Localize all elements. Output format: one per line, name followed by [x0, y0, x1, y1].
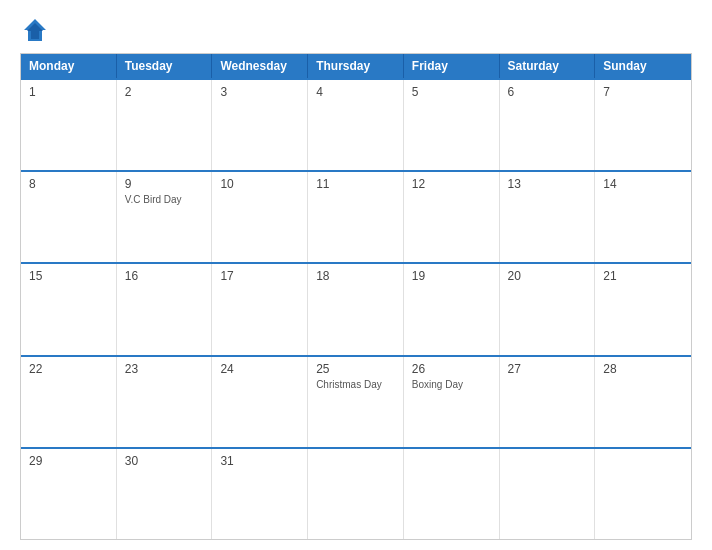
day-cell-w2-d3: 10 — [212, 172, 308, 262]
calendar-body: 123456789V.C Bird Day1011121314151617181… — [21, 78, 691, 539]
day-number: 10 — [220, 177, 299, 191]
day-cell-w2-d1: 8 — [21, 172, 117, 262]
day-cell-w4-d1: 22 — [21, 357, 117, 447]
col-saturday: Saturday — [500, 54, 596, 78]
day-cell-w1-d4: 4 — [308, 80, 404, 170]
holiday-label: Christmas Day — [316, 378, 395, 391]
week-row-3: 15161718192021 — [21, 262, 691, 354]
week-row-5: 293031 — [21, 447, 691, 539]
day-cell-w3-d5: 19 — [404, 264, 500, 354]
day-number: 24 — [220, 362, 299, 376]
day-cell-w4-d3: 24 — [212, 357, 308, 447]
week-row-2: 89V.C Bird Day1011121314 — [21, 170, 691, 262]
day-cell-w1-d2: 2 — [117, 80, 213, 170]
day-cell-w3-d3: 17 — [212, 264, 308, 354]
day-cell-w1-d5: 5 — [404, 80, 500, 170]
day-number: 9 — [125, 177, 204, 191]
page-header — [20, 15, 692, 45]
day-number: 25 — [316, 362, 395, 376]
day-cell-w5-d2: 30 — [117, 449, 213, 539]
day-number: 5 — [412, 85, 491, 99]
day-cell-w3-d2: 16 — [117, 264, 213, 354]
calendar-grid: Monday Tuesday Wednesday Thursday Friday… — [20, 53, 692, 540]
day-cell-w3-d4: 18 — [308, 264, 404, 354]
day-cell-w3-d1: 15 — [21, 264, 117, 354]
day-cell-w1-d7: 7 — [595, 80, 691, 170]
day-cell-w5-d1: 29 — [21, 449, 117, 539]
holiday-label: V.C Bird Day — [125, 193, 204, 206]
logo — [20, 15, 54, 45]
day-number: 28 — [603, 362, 683, 376]
day-cell-w5-d6 — [500, 449, 596, 539]
day-number: 12 — [412, 177, 491, 191]
day-cell-w3-d7: 21 — [595, 264, 691, 354]
day-cell-w5-d7 — [595, 449, 691, 539]
day-number: 1 — [29, 85, 108, 99]
day-number: 20 — [508, 269, 587, 283]
day-cell-w3-d6: 20 — [500, 264, 596, 354]
day-number: 27 — [508, 362, 587, 376]
day-number: 17 — [220, 269, 299, 283]
day-number: 23 — [125, 362, 204, 376]
day-number: 8 — [29, 177, 108, 191]
day-number: 18 — [316, 269, 395, 283]
day-cell-w4-d2: 23 — [117, 357, 213, 447]
day-cell-w5-d5 — [404, 449, 500, 539]
col-sunday: Sunday — [595, 54, 691, 78]
day-number: 30 — [125, 454, 204, 468]
day-cell-w4-d5: 26Boxing Day — [404, 357, 500, 447]
logo-icon — [20, 15, 50, 45]
calendar-header: Monday Tuesday Wednesday Thursday Friday… — [21, 54, 691, 78]
day-cell-w1-d1: 1 — [21, 80, 117, 170]
day-cell-w4-d6: 27 — [500, 357, 596, 447]
day-number: 15 — [29, 269, 108, 283]
day-number: 13 — [508, 177, 587, 191]
day-number: 22 — [29, 362, 108, 376]
day-cell-w5-d3: 31 — [212, 449, 308, 539]
col-tuesday: Tuesday — [117, 54, 213, 78]
day-number: 19 — [412, 269, 491, 283]
day-number: 7 — [603, 85, 683, 99]
day-cell-w2-d4: 11 — [308, 172, 404, 262]
day-number: 4 — [316, 85, 395, 99]
day-number: 31 — [220, 454, 299, 468]
day-cell-w2-d7: 14 — [595, 172, 691, 262]
day-cell-w2-d6: 13 — [500, 172, 596, 262]
day-cell-w1-d3: 3 — [212, 80, 308, 170]
day-cell-w2-d5: 12 — [404, 172, 500, 262]
day-number: 3 — [220, 85, 299, 99]
col-monday: Monday — [21, 54, 117, 78]
col-friday: Friday — [404, 54, 500, 78]
day-number: 11 — [316, 177, 395, 191]
holiday-label: Boxing Day — [412, 378, 491, 391]
day-number: 21 — [603, 269, 683, 283]
calendar-page: Monday Tuesday Wednesday Thursday Friday… — [0, 0, 712, 550]
day-cell-w5-d4 — [308, 449, 404, 539]
day-cell-w1-d6: 6 — [500, 80, 596, 170]
week-row-1: 1234567 — [21, 78, 691, 170]
day-number: 6 — [508, 85, 587, 99]
col-wednesday: Wednesday — [212, 54, 308, 78]
day-number: 14 — [603, 177, 683, 191]
day-cell-w2-d2: 9V.C Bird Day — [117, 172, 213, 262]
day-cell-w4-d7: 28 — [595, 357, 691, 447]
col-thursday: Thursday — [308, 54, 404, 78]
day-number: 16 — [125, 269, 204, 283]
day-number: 2 — [125, 85, 204, 99]
day-number: 29 — [29, 454, 108, 468]
day-number: 26 — [412, 362, 491, 376]
day-cell-w4-d4: 25Christmas Day — [308, 357, 404, 447]
week-row-4: 22232425Christmas Day26Boxing Day2728 — [21, 355, 691, 447]
